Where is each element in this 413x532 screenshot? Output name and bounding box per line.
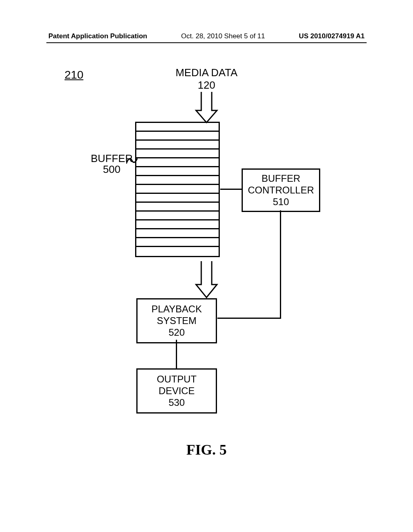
connector-playback-output	[176, 340, 177, 368]
output-number: 530	[139, 397, 214, 409]
arrow-buffer-to-playback	[194, 261, 219, 299]
buffer-slot	[136, 123, 219, 132]
playback-system-box: PLAYBACK SYSTEM 520	[136, 298, 217, 343]
connector-controller-vertical	[280, 210, 281, 318]
buffer-slot	[136, 212, 219, 220]
media-data-number: 120	[175, 79, 238, 91]
buffer-slot	[136, 132, 219, 141]
connector-controller-playback	[217, 318, 281, 319]
buffer-stack	[135, 122, 220, 257]
playback-number: 520	[139, 327, 214, 339]
buffer-slot	[136, 150, 219, 158]
buffer-slot	[136, 185, 219, 194]
buffer-slot	[136, 176, 219, 185]
connector-buffer-controller	[220, 189, 242, 190]
media-data-label: MEDIA DATA 120	[175, 66, 238, 91]
output-text-1: OUTPUT	[139, 374, 214, 385]
output-text-2: DEVICE	[139, 385, 214, 397]
buffer-slot	[136, 247, 219, 256]
media-data-text: MEDIA DATA	[175, 66, 238, 79]
buffer-controller-text-1: BUFFER	[244, 173, 317, 185]
buffer-slot	[136, 203, 219, 212]
buffer-controller-number: 510	[244, 196, 317, 208]
buffer-slot	[136, 167, 219, 176]
buffer-controller-box: BUFFER CONTROLLER 510	[242, 168, 320, 212]
header-date-sheet: Oct. 28, 2010 Sheet 5 of 11	[147, 32, 299, 40]
playback-text-1: PLAYBACK	[139, 303, 214, 315]
header-publication: Patent Application Publication	[48, 32, 147, 40]
playback-text-2: SYSTEM	[139, 315, 214, 327]
arrow-media-to-buffer	[194, 92, 219, 124]
buffer-slot	[136, 229, 219, 238]
reference-number-210: 210	[65, 69, 83, 81]
buffer-slot	[136, 238, 219, 247]
buffer-callout-line	[126, 156, 138, 165]
buffer-number: 500	[91, 164, 133, 175]
figure-label: FIG. 5	[186, 441, 227, 458]
buffer-controller-text-2: CONTROLLER	[244, 185, 317, 196]
header-patent-number: US 2010/0274919 A1	[299, 32, 365, 40]
output-device-box: OUTPUT DEVICE 530	[136, 368, 217, 414]
buffer-slot	[136, 158, 219, 167]
buffer-slot	[136, 194, 219, 203]
buffer-slot	[136, 220, 219, 229]
buffer-slot	[136, 141, 219, 150]
header-divider	[46, 42, 367, 43]
